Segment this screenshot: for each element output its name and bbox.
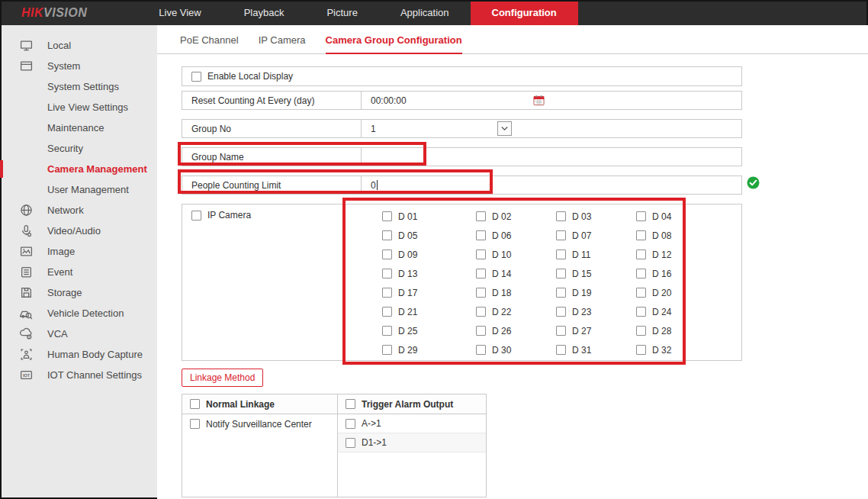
channel-checkbox-d-32[interactable] [636,345,646,355]
reset-counting-value-cell[interactable]: 00:00:00 [362,92,741,109]
nav-item-configuration[interactable]: Configuration [471,0,578,25]
group-no-value: 1 [371,124,376,134]
alarm-output-checkbox-a-1[interactable] [346,419,355,429]
group-no-select[interactable]: 1 [362,120,741,137]
sidebar-item-label: Live View Settings [47,101,128,113]
channel-label: D 04 [652,211,671,222]
sidebar-item-live-view-settings[interactable]: Live View Settings [0,97,157,118]
channel-checkbox-d-24[interactable] [636,307,646,317]
channel-item-d-05: D 05 [382,226,476,245]
channel-label: D 10 [492,250,511,260]
sidebar-item-video-audio[interactable]: Video/Audio [0,221,157,241]
sidebar-item-system[interactable]: System [0,56,157,76]
nav-item-picture[interactable]: Picture [305,0,378,25]
channel-checkbox-d-17[interactable] [382,288,392,298]
calendar-icon[interactable] [533,95,545,106]
reset-counting-value[interactable]: 00:00:00 [371,95,407,106]
enable-local-display-checkbox[interactable] [191,72,201,82]
channel-checkbox-d-04[interactable] [636,211,646,221]
channel-item-d-17: D 17 [382,283,476,302]
sidebar-item-label: Vehicle Detection [47,307,124,319]
channel-checkbox-d-12[interactable] [636,250,646,259]
channel-checkbox-d-13[interactable] [382,269,392,278]
channel-checkbox-d-21[interactable] [382,307,392,317]
sidebar-item-security[interactable]: Security [0,138,157,159]
channel-checkbox-d-25[interactable] [382,326,392,336]
channel-checkbox-d-26[interactable] [476,326,486,336]
channel-checkbox-d-31[interactable] [556,345,566,355]
channel-checkbox-d-14[interactable] [476,269,486,278]
sidebar-item-user-management[interactable]: User Management [0,179,157,200]
sidebar-item-iot-channel-settings[interactable]: IOTIOT Channel Settings [0,365,157,385]
sidebar-item-camera-management[interactable]: Camera Management [0,159,157,179]
channel-checkbox-d-18[interactable] [476,288,486,298]
channel-item-d-16: D 16 [636,264,716,283]
normal-linkage-header-label: Normal Linkage [206,399,275,410]
channel-checkbox-d-10[interactable] [476,250,486,259]
channel-checkbox-d-23[interactable] [556,307,566,317]
channel-checkbox-d-20[interactable] [636,288,646,298]
chevron-down-icon[interactable] [497,121,512,136]
normal-linkage-header: Normal Linkage [182,394,337,414]
channel-item-d-10: D 10 [476,245,556,264]
enable-local-display-row: Enable Local Display [182,66,742,86]
sidebar-item-human-body-capture[interactable]: Human Body Capture [0,344,157,365]
channel-item-d-25: D 25 [382,321,476,340]
channel-label: D 26 [492,326,511,336]
nav-item-live-view[interactable]: Live View [137,0,222,25]
channel-checkbox-d-01[interactable] [382,211,392,221]
sidebar-item-network[interactable]: Network [0,200,157,221]
sidebar-item-label: Image [47,246,75,257]
channel-item-d-28: D 28 [636,321,716,340]
nav-item-playback[interactable]: Playback [223,0,306,25]
sidebar-item-maintenance[interactable]: Maintenance [0,118,157,138]
vehicle-icon [20,307,33,320]
people-counting-limit-input[interactable]: 0 [362,176,741,194]
linkage-method-button[interactable]: Linkage Method [182,369,263,387]
channel-checkbox-d-09[interactable] [382,250,392,259]
channel-item-d-18: D 18 [476,283,556,302]
channel-checkbox-d-22[interactable] [476,307,486,317]
channel-item-d-22: D 22 [476,302,556,321]
sidebar-item-label: Human Body Capture [47,349,143,360]
channel-checkbox-d-15[interactable] [556,269,566,278]
channel-checkbox-d-16[interactable] [636,269,646,278]
channel-checkbox-d-27[interactable] [556,326,566,336]
channel-checkbox-d-06[interactable] [476,230,486,240]
channel-checkbox-d-11[interactable] [556,250,566,259]
channel-checkbox-d-19[interactable] [556,288,566,298]
channel-checkbox-d-30[interactable] [476,345,486,355]
sidebar-item-event[interactable]: Event [0,262,157,282]
channel-label: D 07 [572,230,591,241]
normal-linkage-checkbox[interactable] [190,399,200,409]
tab-camera-group-configuration[interactable]: Camera Group Configuration [326,34,462,54]
channel-checkbox-d-28[interactable] [636,326,646,336]
channel-item-d-31: D 31 [556,340,636,359]
channel-checkbox-d-02[interactable] [476,211,486,221]
notify-surveillance-center-row: Notify Surveillance Center [182,414,337,433]
tab-ip-camera[interactable]: IP Camera [259,34,306,54]
ip-camera-checkbox[interactable] [191,211,201,221]
channel-item-d-13: D 13 [382,264,476,283]
notify-surveillance-center-checkbox[interactable] [190,419,200,429]
channel-label: D 06 [492,230,511,241]
channel-checkbox-d-08[interactable] [636,230,646,240]
sidebar-item-storage[interactable]: Storage [0,282,157,303]
sidebar-item-system-settings[interactable]: System Settings [0,76,157,97]
sidebar-item-local[interactable]: Local [0,35,157,56]
sidebar-item-image[interactable]: Image [0,241,157,262]
trigger-alarm-output-checkbox[interactable] [346,399,355,409]
tab-poe-channel[interactable]: PoE Channel [180,34,239,54]
normal-linkage-column: Normal Linkage Notify Surveillance Cente… [182,394,338,497]
channel-checkbox-d-05[interactable] [382,230,392,240]
channel-label: D 08 [652,230,671,241]
alarm-output-checkbox-d1-1[interactable] [346,438,355,448]
group-name-input[interactable] [362,148,741,166]
channel-checkbox-d-07[interactable] [556,230,566,240]
channel-checkbox-d-03[interactable] [556,211,566,221]
sidebar-item-vehicle-detection[interactable]: Vehicle Detection [0,303,157,324]
sidebar-item-vca[interactable]: VCA [0,324,157,344]
sidebar-item-label: Storage [47,287,82,298]
nav-item-application[interactable]: Application [379,0,471,25]
channel-checkbox-d-29[interactable] [382,345,392,355]
